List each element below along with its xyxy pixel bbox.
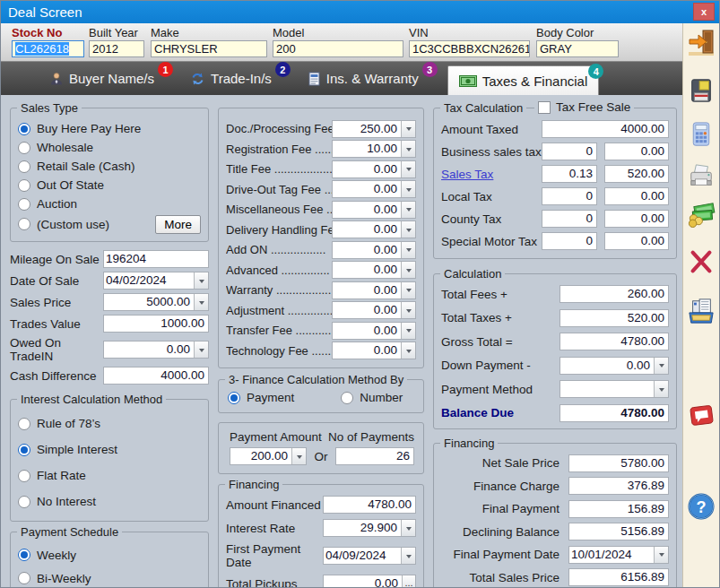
save-icon[interactable] <box>687 76 716 105</box>
technology-fee-field[interactable]: 0.00 <box>332 342 416 359</box>
special-motor-tax-amount-field[interactable]: 0.00 <box>604 232 669 250</box>
tax-free-checkbox[interactable] <box>538 101 551 114</box>
dropdown-arrow-icon[interactable] <box>194 342 208 358</box>
owed-on-tradein-field[interactable]: 0.00 <box>103 341 209 359</box>
tab-ins-warranty[interactable]: Ins. & Warranty 3 <box>300 62 426 95</box>
chat-icon[interactable] <box>687 401 716 429</box>
radio-auction[interactable]: Auction <box>18 195 201 213</box>
tab-buyer-names[interactable]: Buyer Name/s 1 <box>42 62 161 95</box>
mileage-on-sale-field[interactable]: 196204 <box>103 250 209 268</box>
dropdown-arrow-icon[interactable] <box>401 342 415 359</box>
amount-taxed-field[interactable]: 4000.00 <box>542 120 669 138</box>
model-field[interactable]: 200 <box>273 40 403 57</box>
payment-amount-field[interactable]: 200.00 <box>230 447 307 465</box>
dropdown-arrow-icon[interactable] <box>401 282 415 298</box>
doc-processing-fee-field[interactable]: 250.00 <box>332 120 416 138</box>
body-color-field[interactable]: GRAY <box>536 40 619 57</box>
calculator-icon[interactable] <box>687 120 716 149</box>
down-payment-field[interactable]: 0.00 <box>560 357 669 375</box>
payment-method-field[interactable] <box>560 380 669 398</box>
make-field[interactable]: CHRYSLER <box>151 40 267 57</box>
dropdown-arrow-icon[interactable] <box>401 262 415 278</box>
gross-total-field[interactable]: 4780.00 <box>560 333 669 350</box>
exit-door-icon[interactable] <box>687 28 716 56</box>
dropdown-arrow-icon[interactable] <box>401 181 415 197</box>
tab-trade-ins[interactable]: Trade-In/s 2 <box>183 62 279 95</box>
adjustment-field[interactable]: 0.00 <box>332 301 416 319</box>
delete-icon[interactable] <box>687 247 716 276</box>
radio-simple-interest[interactable]: Simple Interest <box>18 437 201 463</box>
sales-tax-rate-field[interactable]: 0.13 <box>542 165 597 183</box>
radio-number[interactable]: Number <box>341 391 403 404</box>
total-pickups-field[interactable]: 0.00... <box>323 575 416 588</box>
dropdown-arrow-icon[interactable] <box>401 520 415 536</box>
special-motor-tax-rate-field[interactable]: 0 <box>542 232 597 250</box>
final-payment-date-field[interactable]: 10/01/2024 <box>568 546 669 564</box>
business-sales-tax-amount-field[interactable]: 0.00 <box>604 143 669 160</box>
radio-rule-of-78s[interactable]: Rule of 78’s <box>18 411 201 437</box>
ellipsis-button[interactable]: ... <box>402 575 415 588</box>
cash-difference-field[interactable]: 4000.00 <box>103 367 209 385</box>
tab-taxes-financial[interactable]: Taxes & Financial 4 <box>447 65 600 95</box>
miscellaneous-fee-field[interactable]: 0.00 <box>332 201 416 219</box>
dropdown-arrow-icon[interactable] <box>401 548 415 564</box>
balance-due-field[interactable]: 4780.00 <box>560 404 669 422</box>
total-taxes-field[interactable]: 520.00 <box>560 309 669 327</box>
money-icon[interactable] <box>687 200 716 229</box>
dropdown-arrow-icon[interactable] <box>291 448 306 464</box>
radio-payment[interactable]: Payment <box>228 391 294 404</box>
dropdown-arrow-icon[interactable] <box>194 294 208 310</box>
documents-archive-icon[interactable] <box>687 297 716 325</box>
no-of-payments-field[interactable]: 26 <box>335 447 414 465</box>
dropdown-arrow-icon[interactable] <box>654 358 668 374</box>
sales-tax-amount-field[interactable]: 520.00 <box>604 165 669 183</box>
radio-no-interest[interactable]: No Interest <box>18 489 201 514</box>
radio-wholesale[interactable]: Wholesale <box>18 138 201 157</box>
dropdown-arrow-icon[interactable] <box>401 323 415 339</box>
net-sale-price-field[interactable]: 5780.00 <box>568 454 669 472</box>
final-payment-field[interactable]: 156.89 <box>568 500 669 518</box>
interest-rate-field[interactable]: 29.900 <box>323 519 416 537</box>
amount-financed-field[interactable]: 4780.00 <box>323 496 416 514</box>
tax-free-sale-toggle[interactable]: Tax Free Sale <box>534 100 634 114</box>
sales-tax-link[interactable]: Sales Tax <box>441 168 542 181</box>
dropdown-arrow-icon[interactable] <box>194 272 208 289</box>
transfer-fee-field[interactable]: 0.00 <box>332 322 416 340</box>
vin-field[interactable]: 1C3CCBBBXCN262618 <box>409 40 530 57</box>
date-of-sale-field[interactable]: 04/02/2024 <box>103 272 209 290</box>
radio-buy-here-pay-here[interactable]: Buy Here Pay Here <box>18 119 201 138</box>
radio-weekly[interactable]: Weekly <box>18 543 201 566</box>
dropdown-arrow-icon[interactable] <box>401 202 415 218</box>
local-tax-rate-field[interactable]: 0 <box>542 187 597 205</box>
total-sales-price-field[interactable]: 6156.89 <box>568 568 669 586</box>
built-year-field[interactable]: 2012 <box>89 40 144 57</box>
radio-retail-sale-cash[interactable]: Retail Sale (Cash) <box>18 157 201 176</box>
total-fees-field[interactable]: 260.00 <box>560 285 669 303</box>
delivery-handling-fee-field[interactable]: 0.00 <box>332 220 416 238</box>
trades-value-field[interactable]: 1000.00 <box>103 315 209 333</box>
advanced-field[interactable]: 0.00 <box>332 261 416 279</box>
local-tax-amount-field[interactable]: 0.00 <box>604 187 669 205</box>
printer-icon[interactable] <box>687 162 716 191</box>
registration-fee-field[interactable]: 10.00 <box>332 140 416 158</box>
declining-balance-field[interactable]: 5156.89 <box>568 523 669 540</box>
add-on-field[interactable]: 0.00 <box>332 241 416 259</box>
dropdown-arrow-icon[interactable] <box>401 121 415 137</box>
dropdown-arrow-icon[interactable] <box>401 302 415 318</box>
dropdown-arrow-icon[interactable] <box>654 547 668 563</box>
dropdown-arrow-icon[interactable] <box>401 221 415 238</box>
help-icon[interactable]: ? <box>687 492 716 521</box>
dropdown-arrow-icon[interactable] <box>401 242 415 258</box>
sales-price-field[interactable]: 5000.00 <box>103 293 209 311</box>
county-tax-rate-field[interactable]: 0 <box>542 210 597 228</box>
radio-custom-use[interactable]: (Custom use) <box>18 215 109 234</box>
business-sales-tax-rate-field[interactable]: 0 <box>542 143 597 160</box>
radio-bi-weekly[interactable]: Bi-Weekly <box>18 566 201 588</box>
radio-out-of-state[interactable]: Out Of State <box>18 176 201 195</box>
finance-charge-field[interactable]: 376.89 <box>568 477 669 495</box>
dropdown-arrow-icon[interactable] <box>401 161 415 177</box>
dropdown-arrow-icon[interactable] <box>654 381 668 397</box>
warranty-field[interactable]: 0.00 <box>332 281 416 299</box>
radio-flat-rate[interactable]: Flat Rate <box>18 463 201 489</box>
county-tax-amount-field[interactable]: 0.00 <box>604 210 669 228</box>
